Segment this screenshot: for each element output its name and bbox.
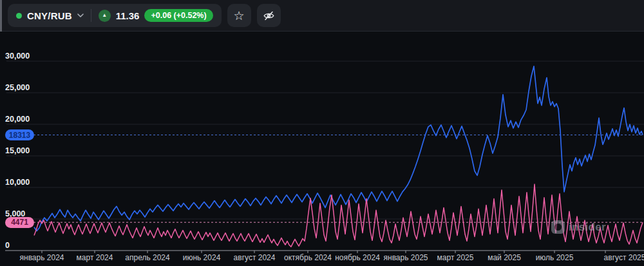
app-root: CNY/RUB ▲ 11.36 +0.06 (+0.52%) ☆ 30,0002… [0,0,644,266]
x-axis-label: март 2025 [437,253,474,262]
last-value-badge-pink: 4471 [5,217,34,228]
eye-off-icon [263,10,275,22]
series-blue-line [34,66,643,231]
window-edge [0,0,2,32]
star-icon: ☆ [234,10,245,22]
x-axis-label: май 2025 [488,253,521,262]
y-axis-label: 25,000 [5,83,30,92]
x-axis-label: август 2024 [234,253,276,262]
x-axis-label: август 2025 [604,253,644,262]
y-axis-label: 0 [5,241,10,250]
y-axis-label: 20,000 [5,115,30,124]
chevron-down-icon[interactable] [77,14,84,17]
trend-up-icon: ▲ [99,10,111,22]
series-pink-line [34,184,643,247]
toolbar: CNY/RUB ▲ 11.36 +0.06 (+0.52%) ☆ [0,0,644,32]
change-badge: +0.06 (+0.52%) [144,9,213,22]
chart-area[interactable]: 30,00025,00020,00015,00010,0005,0000 янв… [0,32,644,266]
y-axis-label: 10,000 [5,178,30,187]
market-open-dot [16,13,22,19]
favorite-button[interactable]: ☆ [227,4,251,27]
symbol-label: CNY/RUB [27,10,72,21]
pill-divider [91,9,91,22]
chart-svg[interactable] [0,32,644,266]
x-axis-label: апрель 2024 [125,253,169,262]
x-axis-label: ноябрь 2024 [335,253,380,262]
x-axis-label: октябрь 2024 [284,253,332,262]
last-value-badge-blue: 18313 [5,129,34,140]
x-axis-label: январь 2024 [20,253,64,262]
symbol-pill[interactable]: CNY/RUB ▲ 11.36 +0.06 (+0.52%) [8,4,222,27]
x-axis-label: июль 2025 [536,253,574,262]
x-axis-label: январь 2025 [384,253,428,262]
hide-button[interactable] [257,4,281,27]
y-axis-label: 15,000 [5,146,30,155]
y-axis-label: 30,000 [5,52,30,61]
x-axis-label: март 2024 [77,253,113,262]
x-axis-label: июнь 2024 [183,253,221,262]
price-value: 11.36 [116,10,140,21]
